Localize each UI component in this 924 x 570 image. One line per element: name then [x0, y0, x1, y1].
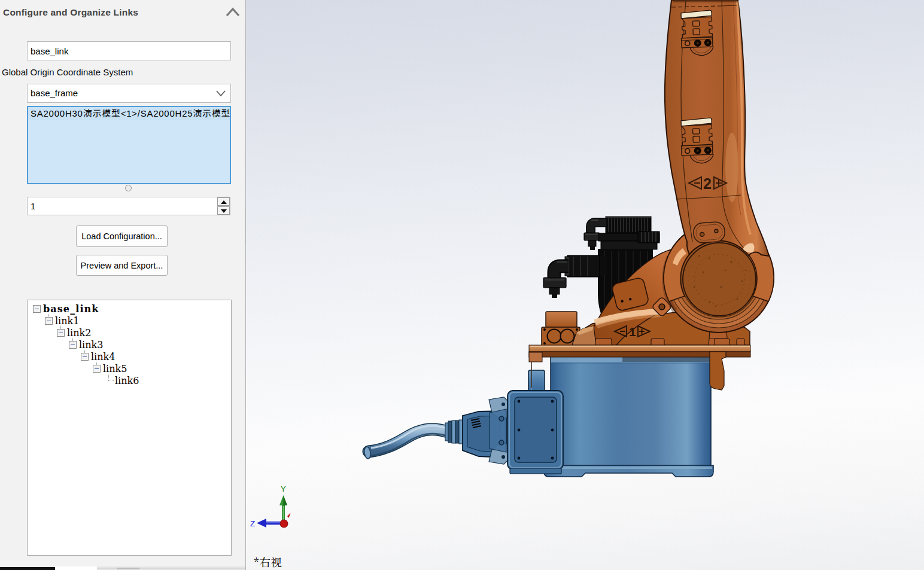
- triangle-down-icon: [221, 209, 227, 213]
- tree-item-label: base_link: [43, 303, 99, 315]
- tree-item-label: link4: [91, 351, 115, 362]
- scrollbar-thumb[interactable]: [117, 568, 139, 569]
- tree-item-label: link5: [103, 363, 127, 374]
- tree-expander-minus[interactable]: [93, 365, 101, 373]
- tree-expander-minus[interactable]: [33, 305, 41, 313]
- dsub-connector: [463, 397, 508, 464]
- tree-expander-minus[interactable]: [81, 353, 89, 361]
- spinner-up-button[interactable]: [217, 197, 230, 206]
- orientation-triad: Y Z: [246, 478, 312, 535]
- robot-cable: [364, 426, 448, 459]
- load-configuration-button[interactable]: Load Configuration...: [76, 225, 168, 247]
- robot-illustration: 1: [246, 0, 924, 570]
- triangle-up-icon: [221, 200, 227, 204]
- casting-mark-1-number: 1: [629, 325, 636, 339]
- y-axis-label: Y: [281, 484, 286, 493]
- cable-gland: [445, 420, 463, 444]
- link-name-input[interactable]: [27, 41, 231, 60]
- z-axis-label: Z: [250, 519, 255, 528]
- tree-item-label: link2: [67, 327, 91, 339]
- chevron-down-icon: [215, 90, 226, 97]
- tree-item-label: link1: [55, 315, 79, 327]
- robot-base-cylinder: [544, 356, 713, 477]
- reference-list-item[interactable]: SA2000H30演示模型<1>/SA2000H25演示模型: [28, 107, 230, 120]
- coordinate-system-dropdown[interactable]: base_frame: [27, 84, 231, 103]
- scrollbar-dark-segment: [0, 567, 55, 570]
- link-tree[interactable]: base_linklink1link2link3link4link5link6: [27, 300, 232, 556]
- tree-item-label: link3: [79, 339, 103, 350]
- horizontal-scrollbar[interactable]: [0, 566, 245, 570]
- reference-listbox[interactable]: SA2000H30演示模型<1>/SA2000H25演示模型: [27, 106, 231, 184]
- tree-expander-minus[interactable]: [57, 329, 65, 337]
- spinner-down-button[interactable]: [217, 206, 230, 215]
- listbox-resize-grip[interactable]: [125, 185, 132, 191]
- preview-and-export-button[interactable]: Preview and Export...: [76, 255, 168, 276]
- coordinate-system-label: Global Origin Coordinate System: [2, 67, 133, 77]
- count-spinner-buttons: [217, 197, 230, 215]
- tree-expander-minus[interactable]: [45, 317, 53, 325]
- z-axis-arrow: [257, 519, 266, 528]
- scrollbar-light-segment: [55, 566, 97, 570]
- tree-item-label: link6: [115, 375, 139, 386]
- coordinate-system-value: base_frame: [31, 88, 78, 98]
- panel-title: Configure and Organize Links: [3, 7, 138, 18]
- casting-mark-2-number: 2: [703, 175, 712, 192]
- x-axis-dot: [280, 520, 288, 528]
- chevron-up-icon: [226, 6, 240, 18]
- view-orientation-label: *右视: [254, 554, 282, 569]
- property-panel: Configure and Organize Links Global Orig…: [0, 0, 245, 567]
- count-spinner-input[interactable]: [27, 197, 230, 215]
- collapse-panel-button[interactable]: [226, 6, 240, 18]
- scrollbar-track[interactable]: [97, 568, 245, 569]
- tree-expander-minus[interactable]: [69, 341, 77, 349]
